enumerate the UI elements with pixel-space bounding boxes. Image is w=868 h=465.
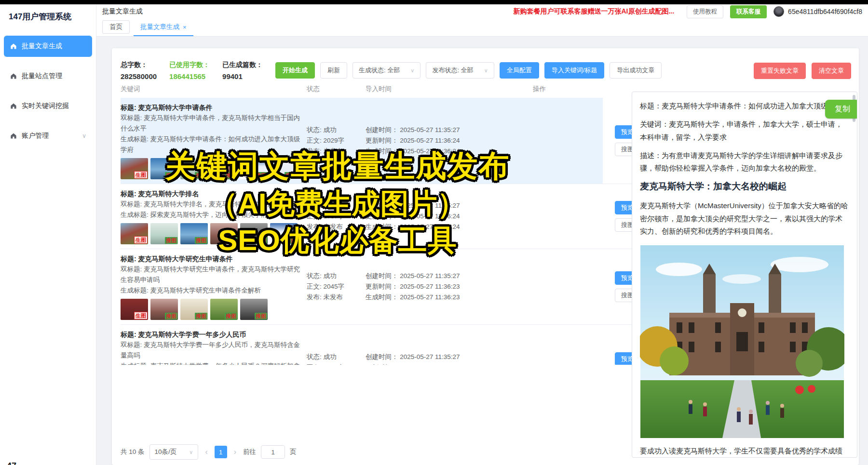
thumb-badge: 搜图 <box>195 237 207 244</box>
page-number-current[interactable]: 1 <box>215 446 227 458</box>
reset-failed-button[interactable]: 重置失败文章 <box>754 63 806 79</box>
thumbnail[interactable]: 搜图 <box>270 223 298 244</box>
thumbnail[interactable]: 搜图 <box>150 158 178 179</box>
tab-bar: 首页 批量文章生成 × <box>96 19 868 37</box>
stat-value: 282580000 <box>121 72 157 80</box>
user-id: 65e4811dfb644f690f4cf8 <box>788 8 862 15</box>
stat-generated-count: 已生成篇数： 99401 <box>222 61 263 80</box>
chevron-down-icon: ∨ <box>189 449 193 455</box>
tutorial-button[interactable]: 使用教程 <box>687 5 723 18</box>
thumb-badge: 搜图 <box>285 237 297 244</box>
tab-home[interactable]: 首页 <box>102 20 130 34</box>
keyword-cell: 标题: 麦克马斯特大学学费一年多少人民币 双标题: 麦克马斯特大学学费一年多少人… <box>121 329 304 365</box>
article-preview-panel: 复制 标题：麦克马斯特大学申请条件：如何成功进入加拿大顶级学府 关键词：麦克马斯… <box>632 92 857 458</box>
thumbnail[interactable]: 搜图 <box>180 158 208 179</box>
sidebar-item-account[interactable]: 账户管理 ∨ <box>4 125 92 146</box>
thumbnail[interactable]: 搜图 <box>210 223 238 244</box>
thumb-badge: 搜图 <box>225 313 237 319</box>
top-black-strip <box>0 0 868 4</box>
thumbnail[interactable]: 生图 <box>121 223 148 244</box>
thumb-badge: 搜图 <box>225 172 237 179</box>
row-double-title: 双标题: 麦克马斯特大学排名，麦克马斯特大学世界排名 <box>121 199 304 210</box>
table-row[interactable]: 标题: 麦克马斯特大学研究生申请条件 双标题: 麦克马斯特大学研究生申请条件，麦… <box>121 249 680 325</box>
thumb-badge: 生图 <box>134 312 148 319</box>
thumbnail[interactable]: 生图 <box>121 299 148 320</box>
thumb-badge: 搜图 <box>165 237 177 244</box>
avatar[interactable] <box>773 6 784 17</box>
thumbnail[interactable]: 搜图 <box>240 299 268 320</box>
stat-label: 已生成篇数： <box>222 61 263 69</box>
thumbnail[interactable]: 生图 <box>121 158 148 179</box>
stat-value: 186441565 <box>169 72 210 80</box>
thumb-badge: 搜图 <box>285 172 297 179</box>
col-keyword: 关键词 <box>121 85 304 93</box>
preview-body: 麦克马斯特大学（McMasterUniversity）位于加拿大安大略省的哈密尔… <box>640 199 849 238</box>
select-value: 生成状态: 全部 <box>359 66 400 75</box>
stat-label: 总字数： <box>121 61 157 69</box>
row-double-title: 双标题: 麦克马斯特大学学费一年多少人民币，麦克马斯特含金量高吗 <box>121 340 304 361</box>
stats-toolbar-row: 总字数： 282580000 已使用字数： 186441565 已生成篇数： 9… <box>121 61 762 80</box>
announcement-text[interactable]: 新购套餐用户可联系客服赠送一万张AI原创生成配图... <box>513 7 674 16</box>
refresh-button[interactable]: 刷新 <box>320 62 347 79</box>
thumb-badge: 生图 <box>134 171 148 179</box>
thumbnail[interactable]: 搜图 <box>240 223 268 244</box>
row-double-title: 双标题: 麦克马斯特大学研究生申请条件，麦克马斯特大学研究生容易申请吗 <box>121 264 304 285</box>
publish-status-select[interactable]: 发布状态: 全部 ∨ <box>426 62 494 79</box>
thumbnail[interactable]: 搜图 <box>150 299 178 320</box>
keyword-cell: 标题: 麦克马斯特大学申请条件 双标题: 麦克马斯特大学申请条件，麦克马斯特大学… <box>121 102 304 179</box>
tab-label: 批量文章生成 <box>140 23 179 31</box>
sidebar-menu: 批量文章生成 批量站点管理 实时关键词挖掘 账户管理 ∨ <box>0 36 96 146</box>
prev-page-button[interactable]: ‹ <box>203 448 209 456</box>
sidebar-item-label: 账户管理 <box>22 132 49 140</box>
goto-page-input[interactable] <box>261 445 285 459</box>
select-value: 发布状态: 全部 <box>432 66 473 75</box>
preview-description: 描述：为有意申请麦克马斯特大学的学生详细讲解申请要求及步骤，帮助你轻松掌握入学条… <box>640 149 849 175</box>
thumbnail[interactable]: 搜图 <box>210 299 238 320</box>
clear-articles-button[interactable]: 清空文章 <box>812 63 851 79</box>
tab-batch-article[interactable]: 批量文章生成 × <box>134 20 193 36</box>
thumbnail[interactable]: 搜图 <box>270 158 298 179</box>
sidebar-item-batch-site[interactable]: 批量站点管理 <box>4 66 92 87</box>
table-row[interactable]: 标题: 麦克马斯特大学申请条件 双标题: 麦克马斯特大学申请条件，麦克马斯特大学… <box>121 98 680 184</box>
thumb-badge: 搜图 <box>165 313 177 319</box>
generate-status-select[interactable]: 生成状态: 全部 ∨ <box>353 62 420 79</box>
app-title: 147用户管理系统 <box>0 4 96 27</box>
chevron-down-icon: ∨ <box>82 133 86 139</box>
import-keywords-button[interactable]: 导入关键词/标题 <box>544 62 605 79</box>
status-cell: 状态: 成功正文: 2078字发布: 未发布 <box>304 352 362 365</box>
time-cell: 创建时间： 2025-05-27 11:35:27更新时间： 2025-05-2… <box>362 200 521 232</box>
preview-heading: 麦克马斯特大学：加拿大名校的崛起 <box>640 180 849 193</box>
select-value: 10条/页 <box>155 448 177 456</box>
next-page-button[interactable]: › <box>232 448 238 456</box>
table-row[interactable]: 标题: 麦克马斯特大学学费一年多少人民币 双标题: 麦克马斯特大学学费一年多少人… <box>121 325 680 365</box>
thumbnail[interactable]: 搜图 <box>180 299 208 320</box>
home-icon <box>10 102 17 110</box>
time-cell: 创建时间： 2025-05-27 11:35:27更新时间： 2025-05-2… <box>362 125 521 157</box>
status-cell: 状态: 成功正文: 2045字发布: 未发布 <box>304 271 362 303</box>
sidebar-item-batch-article[interactable]: 批量文章生成 <box>4 36 92 57</box>
page-unit-label: 页 <box>290 448 297 456</box>
row-title: 标题: 麦克马斯特大学研究生申请条件 <box>121 253 304 264</box>
preview-footer-cut: 要成功入读麦克马斯特大学，学生不仅需要具备优秀的学术成绩 <box>640 445 849 457</box>
export-success-button[interactable]: 导出成功文章 <box>610 62 662 79</box>
copy-button[interactable]: 复制 <box>825 100 857 119</box>
global-config-button[interactable]: 全局配置 <box>500 62 539 79</box>
thumbnail[interactable]: 搜图 <box>210 158 238 179</box>
keyword-cell: 标题: 麦克马斯特大学排名 双标题: 麦克马斯特大学排名，麦克马斯特大学世界排名… <box>121 188 304 244</box>
start-generate-button[interactable]: 开始生成 <box>275 62 315 79</box>
sidebar-item-keyword-mining[interactable]: 实时关键词挖掘 <box>4 95 92 117</box>
thumbnail[interactable]: 搜图 <box>180 223 208 244</box>
table-row[interactable]: 标题: 麦克马斯特大学排名 双标题: 麦克马斯特大学排名，麦克马斯特大学世界排名… <box>121 184 680 249</box>
row-generated-title: 生成标题: 麦克马斯特大学研究生申请条件全解析 <box>121 285 304 296</box>
thumbnail[interactable]: 搜图 <box>150 223 178 244</box>
page-size-select[interactable]: 10条/页 ∨ <box>149 444 199 460</box>
contact-support-button[interactable]: 联系客服 <box>730 5 767 18</box>
thumbnail[interactable]: 搜图 <box>240 158 268 179</box>
col-import-time: 导入时间 <box>362 85 521 93</box>
close-icon[interactable]: × <box>183 24 187 31</box>
campus-photo <box>640 245 844 438</box>
row-title: 标题: 麦克马斯特大学学费一年多少人民币 <box>121 329 304 340</box>
row-title: 标题: 麦克马斯特大学排名 <box>121 188 304 199</box>
chevron-down-icon: ∨ <box>410 67 414 74</box>
row-title: 标题: 麦克马斯特大学申请条件 <box>121 102 304 113</box>
